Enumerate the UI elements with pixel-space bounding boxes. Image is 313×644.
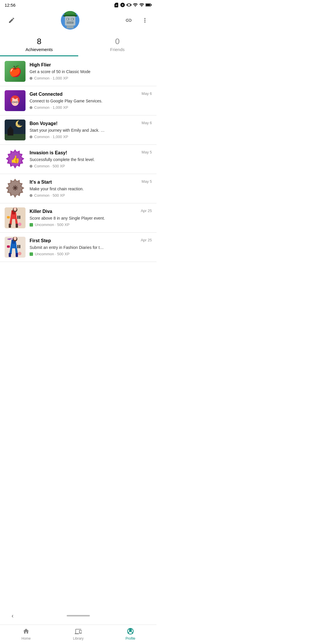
more-button[interactable]: [139, 15, 151, 26]
achievement-desc: Successfully complete the first level.: [30, 157, 152, 163]
link-button[interactable]: [123, 15, 134, 26]
achievement-content: Get Connected May 6 Connect to Google Pl…: [30, 91, 152, 110]
achievement-title: Invasion is Easy!: [30, 150, 67, 156]
stats-bar: 8 Achievements 0 Friends: [0, 33, 156, 56]
rarity-indicator: [30, 135, 32, 138]
svg-rect-44: [17, 216, 19, 219]
status-bar: 12:56: [0, 0, 156, 9]
achievement-item[interactable]: First Step Apr 25 Submit an entry in Fas…: [0, 233, 156, 262]
rarity-text: Common · 500 XP: [34, 193, 65, 198]
rarity-indicator: [30, 106, 32, 109]
achievement-item[interactable]: 🍎 High Flier Get a score of 50 in Classi…: [0, 57, 156, 86]
svg-point-24: [17, 102, 18, 103]
svg-rect-53: [17, 245, 19, 248]
friends-label: Friends: [78, 47, 156, 52]
achievement-date: Apr 25: [141, 209, 152, 213]
achievement-item[interactable]: Get Connected May 6 Connect to Google Pl…: [0, 86, 156, 115]
svg-text:👍: 👍: [10, 155, 20, 164]
status-time: 12:56: [5, 3, 16, 8]
svg-rect-1: [146, 4, 150, 6]
svg-text:✳: ✳: [12, 184, 18, 192]
achievement-image: [5, 120, 26, 140]
achievement-title: Bon Voyage!: [30, 121, 58, 127]
rarity-text: Common · 1,000 XP: [34, 135, 68, 139]
svg-point-41: [14, 207, 17, 211]
svg-rect-2: [151, 4, 152, 6]
svg-rect-13: [70, 22, 70, 23]
rarity-text: Common · 1,000 XP: [34, 76, 68, 80]
svg-rect-14: [71, 22, 72, 23]
avatar[interactable]: [61, 11, 79, 30]
achievement-header: It's a Start May 5: [30, 179, 152, 185]
achievement-header: Killer Diva Apr 25: [30, 209, 152, 215]
achievement-item[interactable]: 👍 Invasion is Easy! May 5 Successfully c…: [0, 145, 156, 174]
svg-rect-39: [16, 224, 18, 228]
achievement-content: First Step Apr 25 Submit an entry in Fas…: [30, 238, 152, 256]
rarity-indicator: [30, 223, 33, 227]
achievement-item[interactable]: ✳ It's a Start May 5 Make your first cha…: [0, 174, 156, 203]
svg-point-52: [18, 252, 21, 255]
achievement-date: Apr 25: [141, 238, 152, 242]
achievement-item[interactable]: Killer Diva Apr 25 Score above 8 in any …: [0, 203, 156, 233]
rarity-text: Uncommon · 500 XP: [35, 252, 70, 256]
achievement-rarity: Common · 1,000 XP: [30, 76, 152, 80]
achievement-header: Get Connected May 6: [30, 91, 152, 97]
svg-point-50: [14, 237, 17, 240]
achievement-content: Killer Diva Apr 25 Score above 8 in any …: [30, 209, 152, 227]
achievement-desc: Connect to Google Play Game Services.: [30, 98, 152, 104]
achievement-header: Bon Voyage! May 6: [30, 121, 152, 127]
achievement-image: [5, 237, 26, 258]
vibrate-icon: [126, 2, 132, 8]
svg-rect-54: [19, 245, 20, 248]
achievement-desc: Score above 8 in any Single Player event…: [30, 216, 152, 221]
svg-rect-9: [67, 19, 68, 20]
achievement-title: First Step: [30, 238, 51, 244]
app-bar: [0, 9, 156, 33]
friends-count: 0: [78, 37, 156, 46]
edit-button[interactable]: [6, 15, 17, 26]
svg-rect-29: [8, 130, 13, 135]
rarity-indicator: [30, 165, 32, 168]
achievement-header: High Flier: [30, 62, 152, 68]
svg-rect-4: [65, 11, 75, 14]
achievement-rarity: Common · 1,000 XP: [30, 105, 152, 110]
achievement-header: Invasion is Easy! May 5: [30, 150, 152, 156]
achievement-content: High Flier Get a score of 50 in Classic …: [30, 62, 152, 80]
achievement-content: Bon Voyage! May 6 Start your journey wit…: [30, 121, 152, 139]
achievements-list: 🍎 High Flier Get a score of 50 in Classi…: [0, 57, 156, 262]
achievement-image: 🍎: [5, 61, 26, 82]
friends-stat[interactable]: 0 Friends: [78, 35, 156, 56]
achievements-count: 8: [0, 37, 78, 46]
rarity-text: Common · 1,000 XP: [34, 105, 68, 110]
achievements-label: Achievements: [0, 47, 78, 52]
rarity-text: Uncommon · 500 XP: [35, 222, 70, 227]
svg-rect-38: [9, 224, 11, 228]
svg-rect-6: [65, 16, 75, 26]
achievement-title: Get Connected: [30, 91, 63, 97]
achievement-title: It's a Start: [30, 179, 52, 185]
achievement-desc: Get a score of 50 in Classic Mode: [30, 69, 152, 75]
svg-rect-47: [9, 253, 11, 257]
rarity-text: Common · 500 XP: [34, 164, 65, 168]
rarity-indicator: [30, 77, 32, 80]
sim-icon: [114, 2, 119, 8]
achievement-header: First Step Apr 25: [30, 238, 152, 244]
app-bar-right: [123, 15, 151, 26]
no-icon: [120, 2, 125, 8]
achievement-image: [5, 90, 26, 111]
svg-rect-51: [7, 245, 10, 248]
signal-icon: [139, 2, 144, 8]
achievements-stat[interactable]: 8 Achievements: [0, 35, 78, 56]
wifi-icon: [133, 2, 138, 8]
achievement-item[interactable]: Bon Voyage! May 6 Start your journey wit…: [0, 115, 156, 145]
achievement-content: It's a Start May 5 Make your first chain…: [30, 179, 152, 198]
achievement-date: May 5: [142, 150, 152, 154]
status-icons: [114, 2, 152, 8]
svg-point-19: [16, 98, 18, 100]
svg-rect-10: [72, 19, 73, 20]
achievement-date: May 5: [142, 179, 152, 184]
achievement-date: May 6: [142, 91, 152, 96]
achievement-image: [5, 207, 26, 228]
achievement-title: High Flier: [30, 62, 51, 68]
svg-rect-12: [68, 22, 68, 23]
